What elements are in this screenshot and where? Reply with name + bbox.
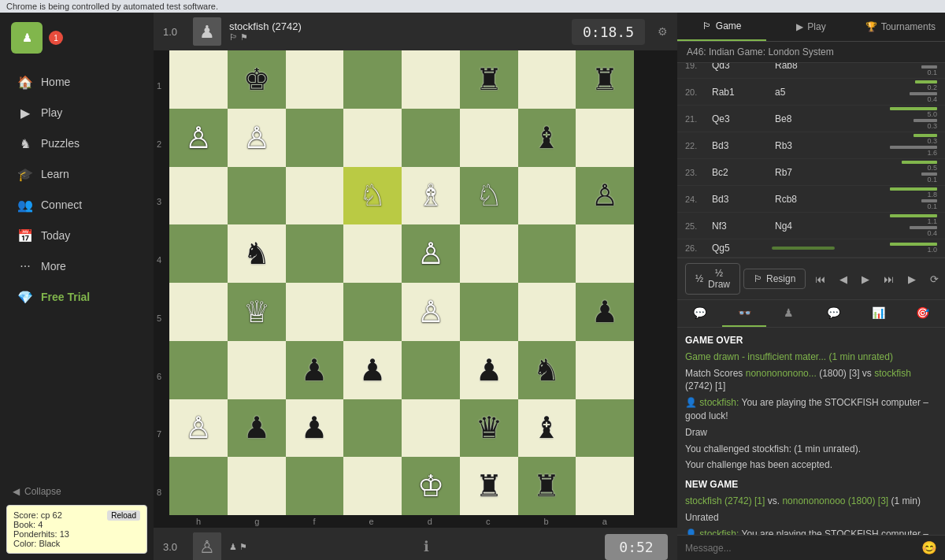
message-input[interactable] bbox=[685, 543, 921, 554]
resign-button[interactable]: 🏳 Resign bbox=[743, 269, 806, 289]
board-cell[interactable] bbox=[169, 50, 228, 109]
board-cell[interactable] bbox=[343, 50, 402, 109]
black-move[interactable]: Be8 bbox=[772, 112, 835, 126]
board-cell[interactable]: ♝ bbox=[518, 399, 576, 458]
icon-tab-stats[interactable]: 📊 bbox=[856, 300, 901, 327]
white-move[interactable]: Bd3 bbox=[709, 139, 772, 153]
logo-icon[interactable]: ♟ bbox=[11, 22, 43, 54]
board-cell[interactable] bbox=[518, 224, 576, 283]
sidebar-item-today[interactable]: 📅 Today bbox=[5, 221, 149, 250]
board-cell[interactable] bbox=[576, 399, 634, 458]
board-cell[interactable] bbox=[402, 399, 460, 458]
prev-move-button[interactable]: ◀ bbox=[833, 270, 854, 288]
board-cell[interactable]: ♕ bbox=[228, 283, 286, 341]
white-move[interactable]: Nf3 bbox=[709, 219, 772, 233]
sidebar-item-learn[interactable]: 🎓 Learn bbox=[5, 159, 149, 189]
board-cell[interactable]: ♔ bbox=[402, 457, 460, 515]
board-cell[interactable] bbox=[460, 224, 518, 283]
board-cell[interactable]: ♙ bbox=[169, 399, 228, 458]
first-move-button[interactable]: ⏮ bbox=[809, 270, 832, 288]
board-cell[interactable]: ♜ bbox=[460, 50, 518, 109]
next-move-button[interactable]: ▶ bbox=[855, 270, 876, 288]
board-cell[interactable]: ♟ bbox=[343, 341, 402, 399]
white-move[interactable]: Bd3 bbox=[709, 192, 772, 206]
collapse-button[interactable]: ◀ Collapse bbox=[6, 481, 147, 502]
white-move[interactable]: Qe3 bbox=[709, 112, 772, 126]
board-cell[interactable]: ♜ bbox=[576, 50, 634, 109]
board-cell[interactable] bbox=[576, 224, 634, 283]
board-cell[interactable] bbox=[286, 457, 344, 515]
board-cell[interactable] bbox=[518, 50, 576, 109]
board-cell[interactable] bbox=[518, 283, 576, 341]
board-cell[interactable] bbox=[402, 50, 460, 109]
white-move[interactable]: Rab1 bbox=[709, 85, 772, 99]
draw-button[interactable]: ½ ½ Draw bbox=[685, 263, 740, 295]
board-cell[interactable] bbox=[343, 224, 402, 283]
sidebar-item-play[interactable]: ▶ Play bbox=[5, 98, 149, 128]
sidebar-item-free-trial[interactable]: 💎 Free Trial bbox=[5, 282, 149, 312]
board-cell[interactable] bbox=[228, 341, 286, 399]
board-cell[interactable]: ♝ bbox=[518, 109, 576, 167]
chess-board[interactable]: ♚♜♜♙♙♝♘♗♘♙♞♙♕♙♟♟♟♟♞♙♟♟♛♝♔♜♜ bbox=[169, 50, 634, 515]
board-cell[interactable]: ♜ bbox=[460, 457, 518, 515]
sidebar-item-home[interactable]: 🏠 Home bbox=[5, 67, 149, 97]
board-cell[interactable] bbox=[286, 283, 344, 341]
board-cell[interactable]: ♟ bbox=[286, 399, 344, 458]
board-cell[interactable]: ♞ bbox=[228, 224, 286, 283]
black-move[interactable]: Rb3 bbox=[772, 139, 835, 153]
board-cell[interactable]: ♙ bbox=[402, 283, 460, 341]
black-move[interactable] bbox=[772, 247, 835, 250]
black-move[interactable]: Rab8 bbox=[772, 63, 835, 72]
board-cell[interactable]: ♗ bbox=[402, 167, 460, 225]
board-cell[interactable]: ♞ bbox=[518, 341, 576, 399]
board-cell[interactable]: ♟ bbox=[286, 341, 344, 399]
reload-button[interactable]: Reload bbox=[107, 510, 140, 521]
tab-tournaments[interactable]: 🏆 Tournaments bbox=[856, 13, 945, 41]
board-cell[interactable]: ♜ bbox=[518, 457, 576, 515]
board-cell[interactable] bbox=[343, 283, 402, 341]
emoji-button[interactable]: 😊 bbox=[921, 540, 937, 555]
black-move[interactable]: Rcb8 bbox=[772, 192, 835, 206]
board-cell[interactable] bbox=[460, 109, 518, 167]
settings-icon[interactable]: ⚙ bbox=[658, 25, 668, 38]
board-cell[interactable] bbox=[286, 224, 344, 283]
board-cell[interactable]: ♚ bbox=[228, 50, 286, 109]
board-cell[interactable]: ♘ bbox=[460, 167, 518, 225]
board-cell[interactable] bbox=[169, 283, 228, 341]
board-cell[interactable] bbox=[228, 457, 286, 515]
board-cell[interactable] bbox=[576, 109, 634, 167]
board-cell[interactable] bbox=[286, 167, 344, 225]
flip-board-button[interactable]: ⟳ bbox=[924, 270, 945, 288]
board-cell[interactable]: ♙ bbox=[576, 167, 634, 225]
play-moves-button[interactable]: ▶ bbox=[902, 270, 922, 288]
board-cell[interactable] bbox=[169, 167, 228, 225]
tab-game[interactable]: 🏳 Game bbox=[677, 13, 766, 41]
icon-tab-chat[interactable]: 💬 bbox=[677, 300, 722, 327]
tab-play[interactable]: ▶ Play bbox=[766, 13, 855, 41]
board-cell[interactable]: ♟ bbox=[228, 399, 286, 458]
board-cell[interactable] bbox=[169, 457, 228, 515]
board-cell[interactable] bbox=[576, 341, 634, 399]
board-cell[interactable] bbox=[460, 283, 518, 341]
white-move[interactable]: Bc2 bbox=[709, 165, 772, 180]
board-cell[interactable]: ♙ bbox=[228, 109, 286, 167]
board-cell[interactable]: ♘ bbox=[343, 167, 402, 225]
board-cell[interactable] bbox=[169, 341, 228, 399]
last-move-button[interactable]: ⏭ bbox=[877, 270, 900, 288]
sidebar-item-connect[interactable]: 👥 Connect bbox=[5, 190, 149, 220]
board-cell[interactable]: ♟ bbox=[460, 341, 518, 399]
sidebar-item-puzzles[interactable]: ♞ Puzzles bbox=[5, 128, 149, 158]
board-cell[interactable] bbox=[576, 457, 634, 515]
board-cell[interactable] bbox=[402, 341, 460, 399]
board-cell[interactable] bbox=[228, 167, 286, 225]
icon-tab-pieces[interactable]: ♟ bbox=[766, 300, 811, 327]
sidebar-item-more[interactable]: ··· More bbox=[5, 251, 149, 281]
icon-tab-share[interactable]: 🎯 bbox=[900, 300, 945, 327]
board-cell[interactable] bbox=[169, 224, 228, 283]
board-cell[interactable] bbox=[343, 399, 402, 458]
board-cell[interactable]: ♟ bbox=[576, 283, 634, 341]
white-move[interactable]: Qd3 bbox=[709, 63, 772, 72]
board-cell[interactable]: ♙ bbox=[402, 224, 460, 283]
black-move[interactable]: a5 bbox=[772, 85, 835, 99]
black-move[interactable]: Rb7 bbox=[772, 165, 835, 180]
